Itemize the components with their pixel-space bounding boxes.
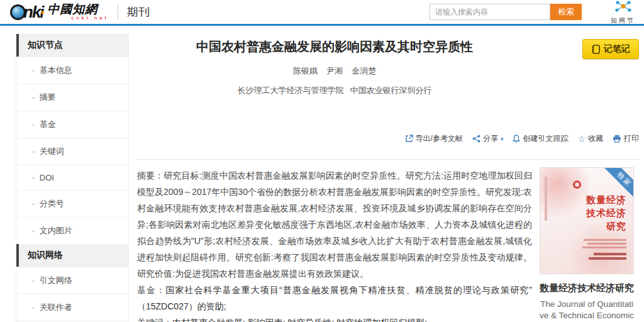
top-header: nki● 中國知網 cnki.net 期刊 检索 知网节 [0, 0, 644, 26]
bullet-icon: ▪ [33, 278, 35, 284]
bullet-icon: ▪ [33, 305, 35, 311]
article-body: 摘要：研究目标:测度中国农村普惠金融发展影响因素的时空异质性。研究方法:运用时空… [137, 160, 532, 322]
sidebar-item-basic-info[interactable]: ▪ 基本信息 [16, 57, 128, 84]
journal-name-en: The Journal of Quantitative & Technical … [540, 299, 634, 322]
cover-art [582, 237, 626, 248]
sidebar-item-citation-network[interactable]: ▪ 引文网络 [16, 267, 128, 294]
page-title: 中国农村普惠金融发展的影响因素及其时空异质性 [137, 38, 532, 55]
affiliation-list: 长沙理工大学经济与管理学院中国农业银行深圳分行 [137, 85, 532, 96]
share-button[interactable]: 分享 ▾ [472, 133, 504, 144]
sidebar-section-knowledge-network: 知识网络 [16, 244, 128, 267]
sidebar-item-doi[interactable]: ▪ DOI [16, 165, 128, 190]
journal-cover[interactable]: 数量经济 技术经济 研究 独家 [540, 167, 634, 274]
search-button[interactable]: 检索 [550, 4, 582, 20]
logo-dot-icon: ● [41, 8, 45, 16]
sidebar-section-knowledge-nodes: 知识节点 [16, 34, 128, 57]
print-button[interactable]: 打印 [613, 133, 639, 144]
author-link[interactable]: 尹湘 [326, 66, 343, 75]
caret-down-icon: ▾ [501, 136, 504, 142]
cnki-logo[interactable]: nki● 中國知網 cnki.net [10, 3, 109, 22]
keywords-label: 关键词： [137, 318, 172, 322]
author-list: 陈银娥尹湘金润楚 [137, 65, 532, 77]
article-toolbar: 导出/参考文献 分享 ▾ 创建引文跟踪 [137, 125, 639, 160]
take-notes-button[interactable]: 记笔记 [582, 39, 639, 59]
search-input[interactable] [430, 4, 550, 20]
affiliation-link[interactable]: 中国农业银行深圳分行 [350, 86, 432, 95]
cnki-node-logo[interactable]: 知网节 [611, 0, 635, 24]
sidebar: 知识节点 ▪ 基本信息 ▪ 摘要 ▪ 基金 ▪ 关键词 ▪ DOI ▪ 分类号 … [16, 34, 129, 322]
network-icon [614, 0, 633, 15]
author-link[interactable]: 金润楚 [352, 66, 376, 75]
printer-icon [613, 135, 621, 143]
abstract-paragraph: 摘要：研究目标:测度中国农村普惠金融发展影响因素的时空异质性。研究方法:运用时空… [137, 167, 532, 282]
notebook-icon [591, 45, 600, 54]
bullet-icon: ▪ [33, 95, 35, 101]
favorite-button[interactable]: ☆ 收藏 [577, 133, 603, 144]
cover-title: 数量经济 技术经济 研究 [586, 193, 626, 233]
journal-name-cn[interactable]: 数量经济技术经济研究 [540, 282, 634, 294]
sidebar-item-keywords[interactable]: ▪ 关键词 [16, 138, 128, 165]
export-icon [405, 135, 413, 143]
cover-art [540, 167, 592, 218]
cover-art [589, 251, 626, 260]
sidebar-item-related-authors[interactable]: ▪ 关联作者 [16, 294, 128, 321]
channel-tab-journal[interactable]: 期刊 [127, 4, 150, 19]
bullet-icon: ▪ [33, 149, 35, 155]
bullet-icon: ▪ [33, 122, 35, 128]
header-divider [118, 4, 118, 19]
journal-panel: 数量经济 技术经济 研究 独家 数量经济技术经济研究 The Journal o… [540, 160, 639, 322]
fund-label: 基金： [137, 285, 165, 295]
abstract-label: 摘要： [137, 170, 164, 180]
citation-alert-button[interactable]: 创建引文跟踪 [513, 133, 568, 144]
cover-art [545, 177, 547, 221]
bell-icon [513, 135, 520, 143]
fund-paragraph: 基金：国家社会科学基金重大项目“普惠金融发展视角下精准扶贫、精准脱贫的理论与政策… [137, 282, 532, 314]
sidebar-item-abstract[interactable]: ▪ 摘要 [16, 84, 128, 111]
fund-link[interactable]: 国家社会科学基金重大项目“普惠金融发展视角下精准扶贫、精准脱贫的理论与政策研究”… [137, 285, 532, 311]
article-header: 中国农村普惠金融发展的影响因素及其时空异质性 陈银娥尹湘金润楚 长沙理工大学经济… [137, 34, 532, 115]
sidebar-item-fund[interactable]: ▪ 基金 [16, 111, 128, 138]
abstract-text: 研究目标:测度中国农村普惠金融发展影响因素的时空异质性。研究方法:运用时空地理加… [137, 170, 532, 279]
sidebar-item-figures[interactable]: ▪ 文内图片 [16, 217, 128, 244]
node-logo-label: 知网节 [611, 18, 635, 24]
keywords-links[interactable]: 农村普惠金融发展; 影响因素; 时空异质性; 时空地理加权回归模型; [172, 318, 427, 322]
bullet-icon: ▪ [33, 68, 35, 74]
share-icon [472, 135, 480, 143]
author-link[interactable]: 陈银娥 [293, 66, 318, 75]
keywords-paragraph: 关键词：农村普惠金融发展; 影响因素; 时空异质性; 时空地理加权回归模型; [137, 314, 532, 322]
bullet-icon: ▪ [33, 228, 35, 234]
sidebar-item-classification[interactable]: ▪ 分类号 [16, 190, 128, 217]
cnki-domain: cnki.net [47, 16, 109, 21]
star-icon: ☆ [577, 135, 586, 143]
export-references-button[interactable]: 导出/参考文献 [405, 133, 463, 144]
bullet-icon: ▪ [33, 201, 35, 207]
affiliation-link[interactable]: 长沙理工大学经济与管理学院 [238, 86, 344, 95]
cnki-chinese-name: 中國知網 [47, 2, 97, 16]
bullet-icon: ▪ [33, 175, 35, 180]
